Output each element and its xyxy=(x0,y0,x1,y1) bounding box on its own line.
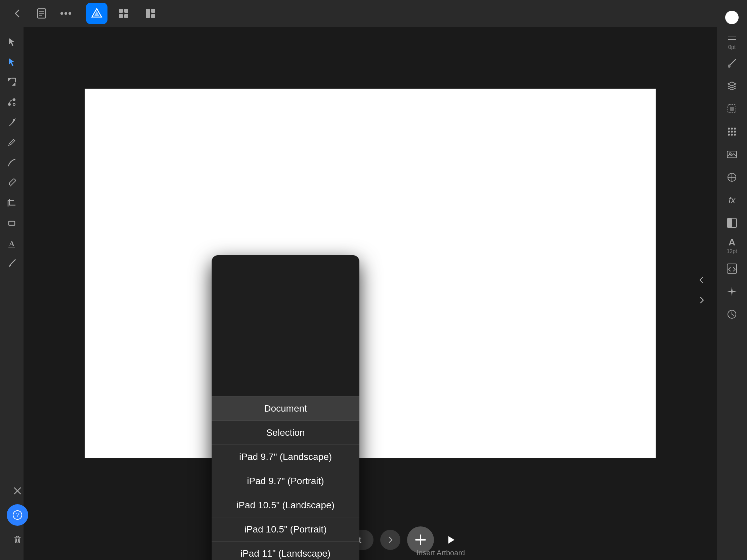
svg-rect-12 xyxy=(124,14,128,18)
expand-tool[interactable] xyxy=(2,73,21,91)
canvas-area xyxy=(24,27,717,520)
svg-point-41 xyxy=(728,134,730,136)
trash-btn[interactable] xyxy=(7,529,28,550)
svg-rect-27 xyxy=(9,221,15,225)
svg-point-36 xyxy=(731,128,733,130)
layout-view-btn[interactable] xyxy=(140,3,161,24)
svg-point-21 xyxy=(13,119,15,121)
select-arrow-tool[interactable] xyxy=(2,32,21,51)
svg-text:?: ? xyxy=(16,512,20,518)
export-btn[interactable] xyxy=(721,258,743,279)
pencil-tool[interactable] xyxy=(2,133,21,152)
svg-point-35 xyxy=(728,128,730,130)
dropdown-item-ipad-97-landscape[interactable]: iPad 9.7" (Landscape) xyxy=(212,445,359,469)
preset-dropdown: Document Selection iPad 9.7" (Landscape)… xyxy=(212,255,359,560)
brush-btn[interactable] xyxy=(721,52,743,74)
text-tool[interactable]: A xyxy=(2,234,21,252)
svg-rect-29 xyxy=(8,247,15,247)
text-a-label: A xyxy=(728,237,735,248)
select-mask-btn[interactable] xyxy=(721,98,743,119)
dropdown-item-selection[interactable]: Selection xyxy=(212,420,359,445)
dropdown-item-document[interactable]: Document xyxy=(212,396,359,420)
dropdown-item-ipad-105-landscape[interactable]: iPad 10.5" (Landscape) xyxy=(212,493,359,517)
text-style-btn[interactable]: A 12pt xyxy=(721,235,743,257)
svg-rect-10 xyxy=(124,9,128,13)
crop-tool[interactable] xyxy=(2,193,21,212)
svg-rect-15 xyxy=(151,14,155,18)
text-size-label: 12pt xyxy=(726,248,737,255)
svg-rect-13 xyxy=(146,9,150,18)
fx-label: fx xyxy=(728,195,735,206)
toolbar-center xyxy=(86,3,161,24)
color-swatch-btn[interactable] xyxy=(721,7,743,28)
node-tool[interactable] xyxy=(2,93,21,111)
shape-tool[interactable] xyxy=(2,214,21,232)
canvas-white[interactable] xyxy=(85,89,655,458)
back-button[interactable] xyxy=(7,3,28,24)
symbol-btn[interactable] xyxy=(721,166,743,188)
grid-dots-btn[interactable] xyxy=(721,121,743,142)
history-btn[interactable] xyxy=(721,303,743,325)
document-button[interactable] xyxy=(31,3,52,24)
sparkle-btn[interactable] xyxy=(721,281,743,302)
svg-point-38 xyxy=(728,131,730,133)
svg-rect-34 xyxy=(730,107,734,111)
insert-artboard-label: Insert Artboard xyxy=(416,549,465,557)
stroke-value: 0pt xyxy=(728,44,736,50)
svg-rect-51 xyxy=(727,264,737,273)
layers-btn[interactable] xyxy=(721,75,743,97)
right-panel-collapse-btn[interactable] xyxy=(693,272,710,288)
color-circle xyxy=(725,11,739,24)
photo-btn[interactable] xyxy=(721,144,743,165)
fill-btn[interactable] xyxy=(721,212,743,234)
svg-point-20 xyxy=(13,103,15,105)
bottom-left-buttons: ? xyxy=(7,480,28,550)
svg-rect-9 xyxy=(119,9,123,13)
svg-text:A: A xyxy=(9,239,15,248)
right-toolbar: 0pt xyxy=(717,0,747,560)
svg-point-43 xyxy=(734,134,736,136)
play-btn[interactable] xyxy=(441,530,461,550)
dropdown-item-ipad-97-portrait[interactable]: iPad 9.7" (Portrait) xyxy=(212,469,359,493)
close-btn[interactable] xyxy=(7,480,28,502)
svg-point-6 xyxy=(69,12,71,15)
svg-rect-50 xyxy=(727,218,732,228)
dropdown-item-ipad-105-portrait[interactable]: iPad 10.5" (Portrait) xyxy=(212,517,359,541)
affinity-designer-btn[interactable] xyxy=(86,3,107,24)
paintbrush-tool[interactable] xyxy=(2,254,21,273)
preset-next-btn[interactable] xyxy=(380,530,401,550)
svg-point-5 xyxy=(65,12,67,15)
svg-point-42 xyxy=(731,134,733,136)
dropdown-item-ipad-11-landscape[interactable]: iPad 11" (Landscape) xyxy=(212,541,359,560)
more-button[interactable] xyxy=(55,3,77,24)
svg-point-32 xyxy=(728,64,730,68)
grid-view-btn[interactable] xyxy=(113,3,134,24)
direct-select-tool[interactable] xyxy=(2,52,21,71)
fx-btn[interactable]: fx xyxy=(721,189,743,211)
pen-tool[interactable] xyxy=(2,113,21,132)
svg-point-37 xyxy=(734,128,736,130)
calligraphy-tool[interactable] xyxy=(2,153,21,172)
svg-point-40 xyxy=(734,131,736,133)
svg-rect-11 xyxy=(119,14,123,18)
svg-point-39 xyxy=(731,131,733,133)
dropdown-top-section xyxy=(212,255,359,396)
svg-marker-55 xyxy=(448,536,455,543)
svg-point-4 xyxy=(60,12,63,15)
eyedropper-tool[interactable] xyxy=(2,173,21,192)
svg-rect-14 xyxy=(151,9,155,13)
top-toolbar xyxy=(0,0,747,27)
help-circle-btn[interactable]: ? xyxy=(7,504,28,526)
stroke-btn[interactable]: 0pt xyxy=(721,30,743,51)
right-panel-expand-btn[interactable] xyxy=(693,292,710,309)
svg-rect-44 xyxy=(727,151,737,158)
